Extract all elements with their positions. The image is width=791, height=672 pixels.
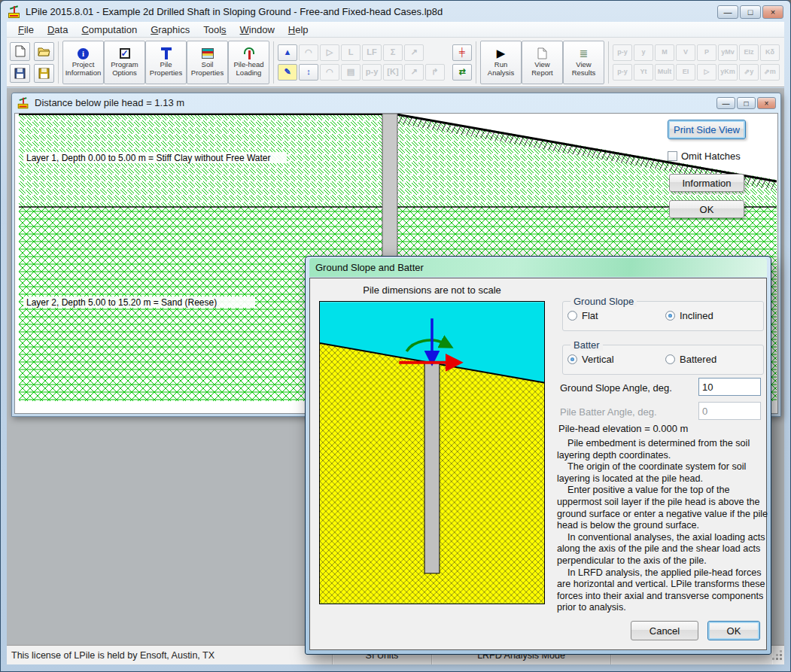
toolbar-separator [273, 41, 274, 84]
print-side-view-button[interactable]: Print Side View [668, 120, 746, 139]
depth-updown-button[interactable]: ↕ [299, 64, 318, 81]
minimize-icon: — [724, 8, 732, 17]
maximize-button[interactable]: □ [740, 5, 761, 19]
omit-hatches-label: Omit Hatches [681, 151, 741, 162]
project-information-button[interactable]: i ProjectInformation [62, 41, 104, 84]
menu-data[interactable]: Data [41, 23, 75, 37]
pile-properties-button[interactable]: PileProperties [145, 41, 187, 84]
pile-view-minimize-button[interactable]: — [716, 97, 735, 109]
pile-head-stiffness-button[interactable]: ╪ [452, 44, 472, 61]
program-options-button[interactable]: ✓ ProgramOptions [104, 41, 145, 84]
batter-angle-label: Pile Batter Angle, deg. [560, 406, 657, 418]
omit-hatches-row: Omit Hatches [668, 151, 741, 162]
minimize-icon: — [723, 99, 730, 108]
icon-glyph: ▤ [347, 68, 354, 76]
new-file-button[interactable] [10, 42, 30, 61]
plot-buttons-top: p-yyMVPyMvEIzKδ [613, 44, 780, 61]
menu-tools[interactable]: Tools [196, 23, 233, 37]
menu-graphics[interactable]: Graphics [144, 23, 196, 37]
pile-head-loading-button[interactable]: Pile-headLoading [228, 41, 269, 84]
pile-view-maximize-button[interactable]: □ [737, 97, 756, 109]
plot-p-bar-button: P [697, 44, 716, 61]
run-icon: ▶ [497, 47, 506, 60]
plot-export-y-button: ⇗y [739, 64, 759, 81]
file-button-group [10, 42, 54, 83]
summary-sigma-button: Σ [383, 44, 403, 61]
icon-glyph: ↱ [431, 68, 438, 76]
slope-angle-input[interactable] [698, 378, 761, 396]
edit-colors-button[interactable]: ✎ [278, 64, 297, 81]
plot-ymv-button: yMv [718, 44, 738, 61]
icon-glyph: Mult [658, 68, 672, 75]
plot-export-m-button: ⇗m [760, 64, 780, 81]
toolbar-separator [58, 41, 59, 84]
dialog-ok-button[interactable]: OK [707, 621, 760, 640]
menu-window[interactable]: Window [233, 23, 281, 37]
plot-y-button: y [634, 44, 653, 61]
radio-vertical[interactable]: Vertical [567, 354, 614, 365]
radio-icon [665, 354, 675, 364]
icon-glyph: ◠ [305, 48, 312, 56]
batter-group-label: Batter [570, 339, 603, 351]
pile-view-title-bar: Distance below pile head = 1.13 m — □ × [12, 93, 780, 112]
save-as-floppy-icon [38, 68, 50, 79]
minimize-button[interactable]: — [717, 5, 738, 19]
extra-buttons-column: ╪⇄ [452, 44, 472, 81]
icon-glyph: ⇗y [744, 68, 754, 75]
pile-slope-graphic [319, 301, 545, 604]
plot-mult-button: Mult [655, 64, 674, 81]
small-buttons-bottom: ✎↕◠▤p-y[K]↗↱ [278, 64, 445, 81]
pile-head-elevation-text: Pile-head elevation = 0.000 m [558, 423, 688, 434]
close-icon: × [765, 99, 769, 108]
icon-glyph: p-y [617, 68, 628, 75]
view-report-button[interactable]: ViewReport [522, 41, 563, 84]
soil-properties-button[interactable]: SoilProperties [187, 41, 228, 84]
icon-glyph: ✎ [284, 68, 291, 76]
dialog-content: Pile dimensions are not to scale [309, 278, 767, 650]
radio-inclined[interactable]: Inclined [665, 310, 713, 321]
menu-file[interactable]: File [11, 23, 41, 37]
icon-glyph: LF [367, 48, 376, 56]
radio-flat[interactable]: Flat [567, 310, 598, 321]
dialog-cancel-button[interactable]: Cancel [631, 621, 698, 640]
close-button[interactable]: × [762, 5, 783, 19]
menu-computation[interactable]: Computation [75, 23, 144, 37]
help-paragraph: In LRFD analysis, the applied pile-head … [557, 567, 771, 614]
icon-glyph: [K] [387, 68, 398, 76]
run-analysis-button[interactable]: ▶ RunAnalysis [480, 41, 522, 84]
resize-grip[interactable] [772, 650, 783, 661]
omit-hatches-checkbox[interactable] [668, 151, 677, 161]
arrow-2-disabled-button: ↱ [425, 64, 445, 81]
icon-glyph: EI [683, 68, 689, 75]
load-case-l-button: L [341, 44, 361, 61]
help-paragraphs: Pile embedment is determined from the so… [557, 438, 771, 614]
info-icon: i [78, 48, 89, 59]
icon-glyph: P [704, 49, 709, 56]
load-transfer-kk-button[interactable]: ⇄ [452, 64, 472, 81]
save-file-button[interactable] [10, 64, 30, 83]
slope-angle-label: Ground Slope Angle, deg. [560, 382, 672, 394]
radio-battered[interactable]: Battered [665, 354, 716, 365]
open-file-button[interactable] [34, 42, 54, 61]
information-button[interactable]: Information [669, 174, 744, 192]
save-as-button[interactable] [34, 64, 54, 83]
license-text: This license of LPile is held by Ensoft,… [11, 650, 214, 661]
menu-help[interactable]: Help [281, 23, 315, 37]
icon-glyph: ⇄ [458, 68, 465, 76]
view-results-button[interactable]: ≣ ViewResults [563, 41, 604, 84]
load-factor-lf-button: LF [362, 44, 382, 61]
icon-glyph: yKm [720, 68, 735, 75]
ground-slope-batter-dialog: Ground Slope and Batter Pile dimensions … [305, 256, 771, 655]
icon-glyph: ▲ [284, 48, 292, 56]
icon-glyph: yMv [721, 49, 735, 56]
pile-view-ok-button[interactable]: OK [669, 200, 744, 218]
pile-view-close-button[interactable]: × [757, 97, 776, 109]
radio-icon [567, 354, 577, 364]
soil-layers-icon [202, 48, 214, 59]
icon-glyph: ↕ [306, 68, 311, 76]
plot-p-y2-button: p-y [613, 64, 632, 81]
report-book-disabled-button: ▤ [341, 64, 361, 81]
pile-cross-section-button[interactable]: ▲ [278, 44, 297, 61]
plot-eiz-button: EIz [739, 44, 759, 61]
menu-bar: FileDataComputationGraphicsToolsWindowHe… [7, 22, 784, 38]
